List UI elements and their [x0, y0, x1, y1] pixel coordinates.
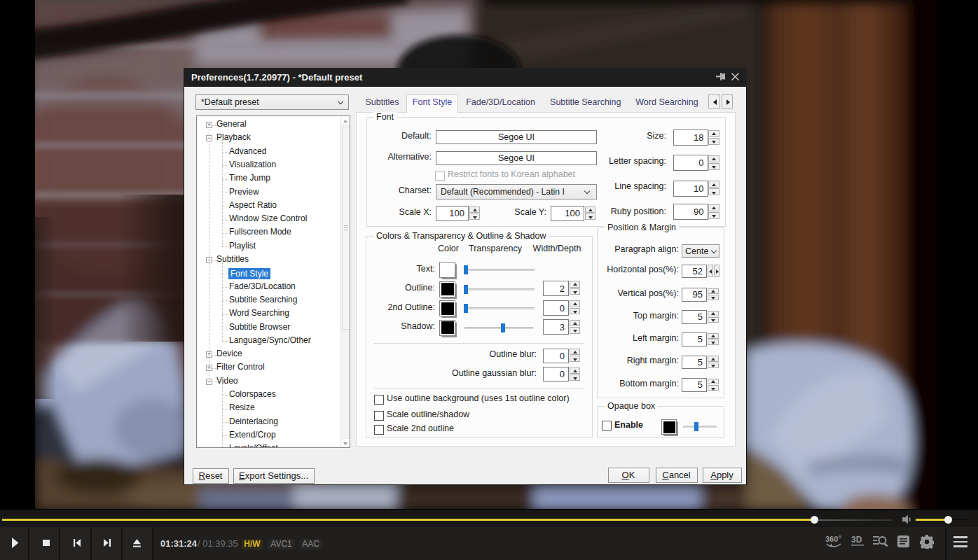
svg-text:3D: 3D [851, 535, 862, 545]
svg-text:360: 360 [825, 535, 838, 543]
